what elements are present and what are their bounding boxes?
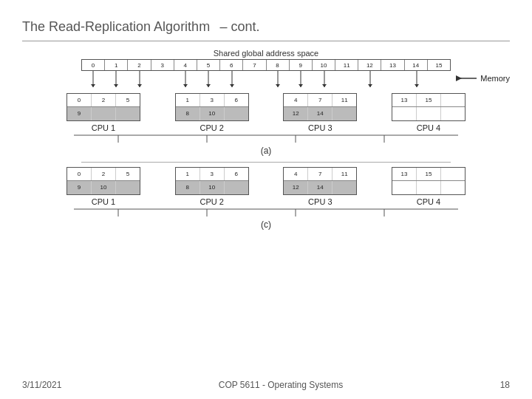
cpu-label: CPU 3 bbox=[308, 123, 332, 132]
svg-marker-9 bbox=[206, 84, 211, 87]
svg-marker-23 bbox=[456, 75, 462, 81]
title-divider bbox=[22, 41, 510, 41]
cpu-block: 136810CPU 2 bbox=[175, 167, 249, 206]
svg-marker-17 bbox=[322, 84, 327, 87]
cpu-block: 1315CPU 4 bbox=[392, 167, 466, 206]
cpu-memory-box: 025910 bbox=[66, 167, 140, 195]
svg-marker-3 bbox=[114, 84, 118, 87]
bottom-line-a bbox=[66, 132, 466, 143]
svg-marker-7 bbox=[183, 84, 188, 87]
cpu-memory-box: 136810 bbox=[175, 93, 249, 121]
address-bar-container: 0123456789101112131415 bbox=[81, 59, 451, 90]
bottom-line-c bbox=[66, 206, 466, 216]
cpu-label: CPU 3 bbox=[308, 197, 332, 206]
cpu-memory-box: 0259 bbox=[66, 93, 140, 121]
cpu-block: 47111214CPU 3 bbox=[283, 93, 357, 132]
cpu-block: 025910CPU 1 bbox=[66, 167, 140, 206]
cpus-row-a: 0259CPU 1136810CPU 247111214CPU 31315CPU… bbox=[66, 93, 466, 132]
cpu-label: CPU 1 bbox=[92, 197, 115, 206]
footer-course: COP 5611 - Operating Systems bbox=[219, 380, 344, 390]
cpu-block: 0259CPU 1 bbox=[66, 93, 140, 132]
diagram-a-label: (a) bbox=[261, 146, 272, 156]
cpu-label: CPU 4 bbox=[417, 123, 440, 132]
svg-marker-5 bbox=[137, 84, 142, 87]
diagram-c-label: (c) bbox=[261, 219, 271, 230]
title-sub: – cont. bbox=[219, 19, 259, 34]
cpu-memory-box: 47111214 bbox=[283, 93, 357, 121]
cpus-row-c: 025910CPU 1136810CPU 247111214CPU 31315C… bbox=[66, 167, 466, 206]
svg-marker-13 bbox=[276, 84, 280, 87]
memory-label: Memory bbox=[480, 74, 510, 83]
global-label: Shared global address space bbox=[214, 49, 318, 58]
arrows-svg bbox=[81, 71, 451, 87]
title-main: The Read-Replication Algorithm bbox=[22, 19, 210, 34]
footer-date: 3/11/2021 bbox=[22, 380, 61, 390]
cpu-label: CPU 4 bbox=[417, 197, 440, 206]
diagram-area: Shared global address space 012345678910… bbox=[22, 49, 510, 231]
page-title: The Read-Replication Algorithm – cont. bbox=[22, 13, 510, 36]
cpu-label: CPU 2 bbox=[200, 197, 223, 206]
cpu-memory-box: 1315 bbox=[392, 167, 466, 195]
cpu-memory-box: 136810 bbox=[175, 167, 249, 195]
cpu-label: CPU 1 bbox=[92, 123, 115, 132]
svg-marker-15 bbox=[299, 84, 303, 87]
address-bar: 0123456789101112131415 bbox=[81, 59, 451, 71]
section-divider bbox=[81, 162, 451, 163]
svg-marker-1 bbox=[91, 84, 95, 87]
cpu-block: 1315CPU 4 bbox=[392, 93, 466, 132]
cpu-label: CPU 2 bbox=[200, 123, 223, 132]
memory-arrow: Memory bbox=[456, 72, 510, 84]
svg-marker-19 bbox=[368, 84, 372, 87]
cpu-block: 47111214CPU 3 bbox=[283, 167, 357, 206]
cpu-block: 136810CPU 2 bbox=[175, 93, 249, 132]
cpu-memory-box: 47111214 bbox=[283, 167, 357, 195]
cpu-memory-box: 1315 bbox=[392, 93, 466, 121]
footer-page: 18 bbox=[500, 380, 510, 390]
page: The Read-Replication Algorithm – cont. S… bbox=[0, 0, 532, 399]
memory-arrow-svg bbox=[456, 72, 478, 84]
footer: 3/11/2021 COP 5611 - Operating Systems 1… bbox=[0, 380, 532, 390]
svg-marker-11 bbox=[230, 84, 234, 87]
svg-marker-21 bbox=[415, 84, 419, 87]
